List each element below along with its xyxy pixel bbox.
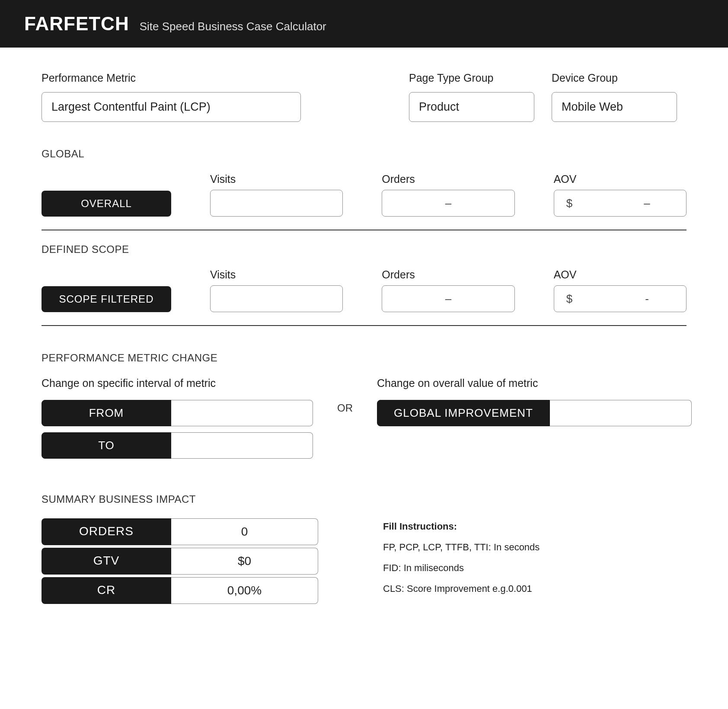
global-orders-value: –	[382, 190, 514, 217]
section-scope: DEFINED SCOPE	[42, 243, 686, 255]
divider	[42, 325, 686, 326]
summary-cr-value: 0,00%	[171, 577, 318, 604]
currency-symbol: $	[566, 197, 572, 210]
global-aov-value: $ –	[554, 190, 686, 217]
global-row: OVERALL Visits Orders – AOV $ –	[42, 173, 686, 217]
scope-visits-input[interactable]	[210, 285, 343, 312]
col-visits: Visits	[210, 268, 343, 281]
instructions-line: CLS: Score Improvement e.g.0.001	[383, 583, 686, 594]
summary-orders-label: ORDERS	[42, 518, 171, 545]
global-improvement-label: GLOBAL IMPROVEMENT	[377, 400, 550, 426]
summary-orders-row: ORDERS 0	[42, 518, 318, 545]
scope-row: SCOPE FILTERED Visits Orders – AOV $ -	[42, 268, 686, 312]
global-improvement-row: GLOBAL IMPROVEMENT	[377, 400, 692, 426]
summary-cr-label: CR	[42, 577, 171, 604]
change-section: PERFORMANCE METRIC CHANGE Change on spec…	[42, 352, 686, 459]
col-orders: Orders	[382, 268, 514, 281]
col-aov: AOV	[554, 268, 686, 281]
filters-row: Performance Metric Largest Contentful Pa…	[42, 72, 686, 122]
performance-metric-select[interactable]: Largest Contentful Paint (LCP)	[42, 92, 301, 122]
overall-label: OVERALL	[42, 191, 171, 217]
aov-amount: –	[616, 197, 678, 210]
page-title: Site Speed Business Case Calculator	[140, 20, 326, 33]
summary-rows: ORDERS 0 GTV $0 CR 0,00%	[42, 518, 318, 604]
section-change: PERFORMANCE METRIC CHANGE	[42, 352, 686, 364]
filter-label: Performance Metric	[42, 72, 301, 84]
filter-page-type: Page Type Group Product	[409, 72, 534, 122]
currency-symbol: $	[566, 292, 572, 306]
filter-device-group: Device Group Mobile Web	[552, 72, 677, 122]
to-row: TO	[42, 432, 313, 459]
divider	[42, 230, 686, 230]
instructions-line: FID: In miliseconds	[383, 562, 686, 574]
col-aov: AOV	[554, 173, 686, 185]
global-visits-input[interactable]	[210, 190, 343, 217]
summary-orders-value: 0	[171, 518, 318, 545]
interval-change-col: Change on specific interval of metric FR…	[42, 377, 313, 459]
section-summary: SUMMARY BUSINESS IMPACT	[42, 493, 686, 505]
page-type-select[interactable]: Product	[409, 92, 534, 122]
scope-orders-value: –	[382, 285, 514, 312]
filter-label: Page Type Group	[409, 72, 534, 84]
from-input[interactable]	[171, 400, 313, 426]
summary-gtv-label: GTV	[42, 548, 171, 575]
main-content: Performance Metric Largest Contentful Pa…	[0, 48, 728, 628]
app-header: FARFETCH Site Speed Business Case Calcul…	[0, 0, 728, 48]
from-row: FROM	[42, 400, 313, 426]
summary-cr-row: CR 0,00%	[42, 577, 318, 604]
scope-aov-value: $ -	[554, 285, 686, 312]
to-input[interactable]	[171, 432, 313, 459]
filter-label: Device Group	[552, 72, 677, 84]
summary-gtv-value: $0	[171, 548, 318, 575]
brand-logo: FARFETCH	[24, 13, 129, 35]
summary-section: SUMMARY BUSINESS IMPACT ORDERS 0 GTV $0 …	[42, 493, 686, 604]
col-orders: Orders	[382, 173, 514, 185]
global-improvement-input[interactable]	[550, 400, 692, 426]
to-label: TO	[42, 432, 171, 459]
section-global: GLOBAL	[42, 148, 686, 160]
instructions-title: Fill Instructions:	[383, 521, 686, 532]
device-group-select[interactable]: Mobile Web	[552, 92, 677, 122]
instructions-line: FP, PCP, LCP, TTFB, TTI: In seconds	[383, 542, 686, 553]
overall-label: Change on overall value of metric	[377, 377, 692, 390]
summary-gtv-row: GTV $0	[42, 548, 318, 575]
or-separator: OR	[337, 377, 353, 414]
col-visits: Visits	[210, 173, 343, 185]
fill-instructions: Fill Instructions: FP, PCP, LCP, TTFB, T…	[383, 518, 686, 594]
from-label: FROM	[42, 400, 171, 426]
overall-change-col: Change on overall value of metric GLOBAL…	[377, 377, 692, 426]
aov-amount: -	[616, 292, 678, 306]
scope-filtered-label: SCOPE FILTERED	[42, 286, 171, 312]
filter-performance-metric: Performance Metric Largest Contentful Pa…	[42, 72, 301, 122]
interval-label: Change on specific interval of metric	[42, 377, 313, 390]
